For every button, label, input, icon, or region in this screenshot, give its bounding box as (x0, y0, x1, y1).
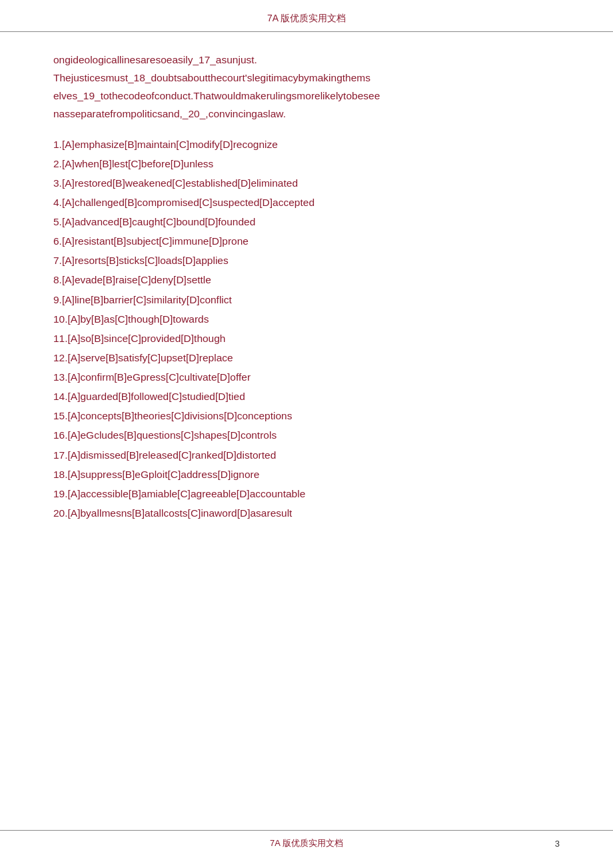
question-item: 14.[A]guarded[B]followed[C]studied[D]tie… (53, 387, 560, 405)
question-item: 1.[A]emphasize[B]maintain[C]modify[D]rec… (53, 135, 560, 153)
question-item: 4.[A]challenged[B]compromised[C]suspecte… (53, 193, 560, 211)
question-item: 3.[A]restored[B]weakened[C]established[D… (53, 174, 560, 192)
question-item: 10.[A]by[B]as[C]though[D]towards (53, 310, 560, 328)
question-item: 13.[A]confirm[B]eGpress[C]cultivate[D]of… (53, 368, 560, 386)
question-item: 8.[A]evade[B]raise[C]deny[D]settle (53, 271, 560, 289)
header-title: 7A 版优质实用文档 (267, 13, 346, 23)
question-item: 6.[A]resistant[B]subject[C]immune[D]pron… (53, 232, 560, 250)
question-item: 2.[A]when[B]lest[C]before[D]unless (53, 155, 560, 173)
question-item: 18.[A]suppress[B]eGploit[C]address[D]ign… (53, 465, 560, 483)
question-item: 19.[A]accessible[B]amiable[C]agreeable[D… (53, 485, 560, 503)
page-footer: 7A 版优质实用文档 3 (0, 830, 613, 849)
question-item: 16.[A]eGcludes[B]questions[C]shapes[D]co… (53, 426, 560, 444)
intro-line-2: Thejusticesmust_18_doubtsaboutthecourt's… (53, 72, 370, 83)
question-item: 11.[A]so[B]since[C]provided[D]though (53, 329, 560, 347)
page-header: 7A 版优质实用文档 (0, 0, 613, 32)
page-container: 7A 版优质实用文档 ongideologicallinesaresoeasil… (0, 0, 613, 868)
question-item: 5.[A]advanced[B]caught[C]bound[D]founded (53, 213, 560, 231)
question-item: 15.[A]concepts[B]theories[C]divisions[D]… (53, 407, 560, 425)
intro-line-4: nasseparatefrompoliticsand,_20_,convinci… (53, 108, 286, 119)
question-item: 9.[A]line[B]barrier[C]similarity[D]confl… (53, 291, 560, 309)
question-item: 7.[A]resorts[B]sticks[C]loads[D]applies (53, 251, 560, 269)
question-item: 20.[A]byallmesns[B]atallcosts[C]inaword[… (53, 504, 560, 522)
footer-page-number: 3 (555, 839, 560, 849)
footer-title: 7A 版优质实用文档 (53, 837, 560, 849)
intro-line-3: elves_19_tothecodeofconduct.Thatwouldmak… (53, 90, 380, 101)
question-item: 12.[A]serve[B]satisfy[C]upset[D]replace (53, 349, 560, 367)
question-item: 17.[A]dismissed[B]released[C]ranked[D]di… (53, 446, 560, 464)
intro-paragraph: ongideologicallinesaresoeasily_17_asunju… (53, 51, 560, 123)
intro-line-1: ongideologicallinesaresoeasily_17_asunju… (53, 54, 257, 65)
main-content: ongideologicallinesaresoeasily_17_asunju… (0, 32, 613, 563)
question-list: 1.[A]emphasize[B]maintain[C]modify[D]rec… (53, 135, 560, 523)
